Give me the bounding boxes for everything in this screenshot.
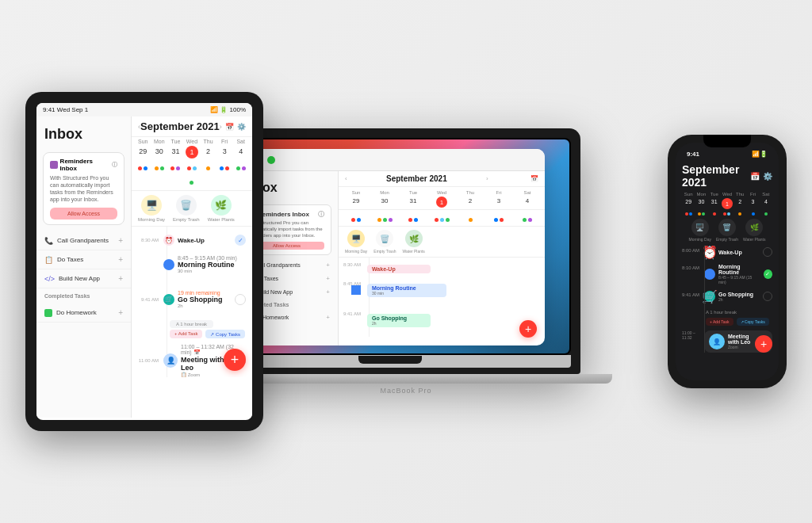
- iphone-add-task-btn[interactable]: + Add Task: [706, 318, 733, 326]
- iphone-morning-check[interactable]: ✓: [764, 269, 772, 279]
- mac-time-845: 8:45 AM Morning Routine 30 min: [339, 280, 545, 288]
- mac-cal-next[interactable]: ›: [486, 175, 488, 182]
- mac-app-content: Inbox Reminders Inbox ⓘ With Structured …: [236, 171, 545, 345]
- ipad-settings-icon[interactable]: ⚙️: [237, 123, 246, 131]
- ipad-time-wakeup: 8:30 AM ⏰ Wake-Up ✓: [132, 235, 252, 246]
- iphone-break-label: A 1 hour break: [682, 308, 772, 316]
- mac-maximize-button[interactable]: [267, 156, 275, 164]
- ipad-add-icon4[interactable]: +: [118, 308, 123, 317]
- iphone-wakeup-check[interactable]: [763, 247, 772, 257]
- iphone-fab-button[interactable]: +: [755, 335, 772, 353]
- iphone-break-actions: + Add Task ↗ Copy Tasks: [682, 316, 772, 329]
- mac-task-shopping[interactable]: Go Shopping 2h: [367, 314, 431, 327]
- iphone-morning-dot: [704, 269, 715, 280]
- ipad-sidebar-title: Inbox: [36, 123, 131, 149]
- mac-titlebar: [236, 149, 545, 171]
- iphone-screen: 9:41 📶🔋 September 2021 📅 ⚙️ Sun Mon Tue: [676, 143, 779, 380]
- iphone-cal-icon[interactable]: 📅: [750, 172, 760, 181]
- mac-main-content: ‹ September 2021 › 📅 Sun Mon Tue Wed: [339, 171, 545, 345]
- ipad-water-plants[interactable]: 🌿 Water Plants: [208, 195, 235, 222]
- ipad-meeting-avatar: 👤: [163, 353, 178, 368]
- mac-time-941: 9:41 AM Go Shopping 2h: [339, 310, 545, 318]
- iphone-morning-card[interactable]: Morning Routine 8:45 – 9:15 AM (15 min) …: [704, 264, 772, 284]
- add-taxes-icon[interactable]: +: [326, 275, 330, 282]
- ipad-reminders-icon: [50, 161, 58, 169]
- mac-task-morning[interactable]: Morning Routine 30 min: [367, 284, 446, 297]
- ipad-content: Inbox Reminders Inbox ⓘ With Structured …: [36, 116, 252, 418]
- ipad-day-numbers: 29 30 31 1 2 3 4: [135, 146, 249, 158]
- ipad-add-icon2[interactable]: +: [118, 255, 123, 264]
- ipad-morning-day[interactable]: 🖥️ Morning Day: [138, 195, 165, 222]
- ipad-quick-actions: 🖥️ Morning Day 🗑️ Empty Trash 🌿 Water Pl…: [132, 191, 252, 227]
- macbook-chin: [209, 355, 571, 368]
- ipad-completed-homework[interactable]: Do Homework +: [36, 303, 131, 323]
- iphone-device: 9:41 📶🔋 September 2021 📅 ⚙️ Sun Mon Tue: [668, 135, 787, 388]
- iphone-time: 9:41: [687, 151, 699, 158]
- ipad-cal-icon[interactable]: 📅: [225, 123, 234, 131]
- mac-cal-prev[interactable]: ‹: [345, 175, 347, 182]
- iphone-time-morning: 8:10 AM Morning Routine 8:45 – 9:15 AM (…: [682, 264, 772, 284]
- iphone-morning-icon: 🖥️: [691, 219, 709, 236]
- iphone-wakeup-card[interactable]: ⏰ Wake-Up: [704, 246, 772, 258]
- iphone-morning-day[interactable]: 🖥️ Morning Day: [689, 219, 711, 242]
- ipad-cal-next[interactable]: ›: [220, 123, 222, 131]
- mac-event-dots: [339, 210, 545, 227]
- iphone-outer: 9:41 📶🔋 September 2021 📅 ⚙️ Sun Mon Tue: [668, 135, 787, 388]
- add-hw-icon[interactable]: +: [326, 314, 330, 321]
- iphone-empty-trash[interactable]: 🗑️ Empty Trash: [716, 219, 738, 242]
- ipad-cal-header: ‹ September 2021 › 📅 ⚙️: [132, 116, 252, 137]
- iphone-shopping-check[interactable]: [763, 292, 772, 301]
- ipad-fab-button[interactable]: +: [224, 349, 246, 371]
- iphone-trash-icon: 🗑️: [718, 219, 736, 236]
- macbook-screen: Inbox Reminders Inbox ⓘ With Structured …: [211, 139, 569, 353]
- ipad-task-taxes[interactable]: 📋 Do Taxes +: [36, 250, 131, 269]
- ipad-empty-trash[interactable]: 🗑️ Empty Trash: [173, 195, 200, 222]
- mac-task-wakeup[interactable]: Wake-Up: [367, 265, 431, 273]
- mac-fab-button[interactable]: +: [519, 320, 537, 338]
- iphone-time-shopping: 9:41 AM 🛒 Go Shopping 2h: [682, 291, 772, 302]
- ipad-allow-access-button[interactable]: Allow Access: [50, 208, 117, 220]
- iphone-timeline: 8:00 AM ⏰ Wake-Up: [682, 246, 772, 353]
- iphone-day-numbers: 29 30 31 1 2 3 4: [682, 198, 772, 209]
- ipad-wakeup-check[interactable]: ✓: [235, 235, 246, 246]
- ipad-shopping-info[interactable]: 19 min remaining Go Shopping 2h: [178, 290, 223, 308]
- ipad-wakeup-dot: ⏰: [163, 235, 174, 246]
- add-app-icon[interactable]: +: [326, 288, 330, 296]
- ipad-completed-icon: [44, 309, 52, 317]
- ipad-reminders-title: Reminders Inbox ⓘ: [50, 158, 117, 172]
- ipad-add-icon1[interactable]: +: [118, 236, 123, 245]
- add-task-icon[interactable]: +: [326, 262, 330, 269]
- ipad-time-morning: 8:45 – 9:15 AM (30 min) Morning Routine …: [132, 255, 252, 273]
- ipad-trash-icon: 🗑️: [176, 195, 197, 216]
- iphone-settings-icon[interactable]: ⚙️: [763, 172, 772, 181]
- ipad-break-actions: + Add Task ↗ Copy Tasks: [170, 330, 245, 338]
- ipad-add-task-btn[interactable]: + Add Task: [170, 330, 202, 338]
- ipad-morning-info[interactable]: 8:45 – 9:15 AM (30 min) Morning Routine …: [178, 255, 237, 273]
- ipad-shopping-dot: 🛒: [163, 294, 174, 305]
- mac-water-plants[interactable]: 🌿 Water Plants: [402, 230, 424, 254]
- ipad-device: 9:41 Wed Sep 1 📶 🔋 100% Inbox Reminders …: [25, 92, 263, 431]
- ipad-copy-tasks-btn[interactable]: ↗ Copy Tasks: [205, 330, 245, 338]
- ipad-task-app[interactable]: </> Build New App +: [36, 269, 131, 288]
- ipad-task-grandparents[interactable]: 📞 Call Grandparents +: [36, 231, 131, 250]
- mac-cal-icon[interactable]: 📅: [530, 175, 538, 182]
- ipad-shopping-check[interactable]: [235, 294, 246, 305]
- iphone-timeline-line: [704, 246, 705, 353]
- ipad-wakeup-info[interactable]: Wake-Up: [178, 237, 205, 244]
- iphone-water-plants[interactable]: 🌿 Water Plants: [743, 219, 765, 242]
- ipad-add-icon3[interactable]: +: [118, 274, 123, 283]
- iphone-copy-tasks-btn[interactable]: ↗ Copy Tasks: [737, 318, 769, 326]
- iphone-status-bar: 9:41 📶🔋: [676, 143, 779, 160]
- macbook-app-window: Inbox Reminders Inbox ⓘ With Structured …: [236, 149, 545, 345]
- iphone-shopping-card[interactable]: 🛒 Go Shopping 2h: [704, 291, 772, 302]
- mac-empty-trash[interactable]: 🗑️ Empty Trash: [373, 230, 396, 254]
- macbook-camera-notch: [358, 356, 422, 364]
- ipad-calendar-grid: Sun Mon Tue Wed Thu Fri Sat 29 30: [132, 137, 252, 191]
- iphone-wakeup-dot: ⏰: [704, 246, 715, 258]
- mac-morning-day[interactable]: 🖥️ Morning Day: [345, 230, 367, 254]
- mac-calendar-header: ‹ September 2021 › 📅: [339, 171, 545, 187]
- ipad-time: 9:41 Wed Sep 1: [43, 106, 88, 113]
- ipad-phone-icon: 📞: [44, 237, 53, 245]
- ipad-rem-info: ⓘ: [112, 161, 117, 169]
- ipad-time-shopping: 9:41 AM 🛒 19 min remaining Go Shopping 2…: [132, 290, 252, 308]
